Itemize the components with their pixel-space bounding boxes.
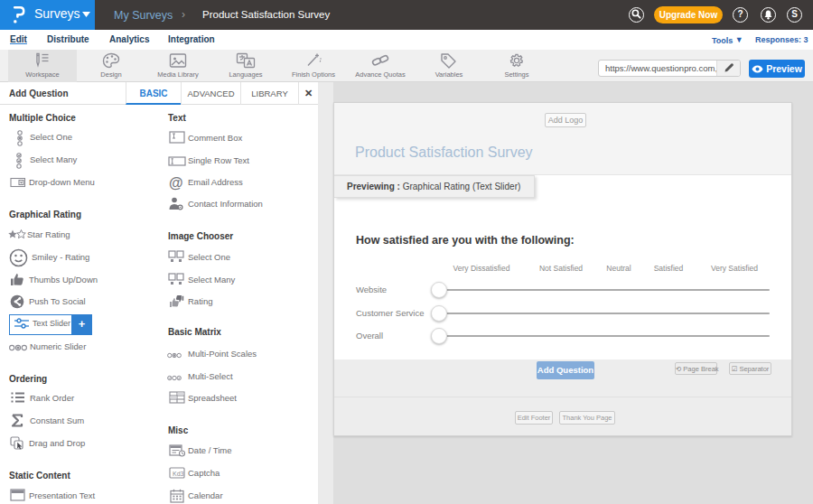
svg-text:Kd3: Kd3 <box>173 471 184 477</box>
